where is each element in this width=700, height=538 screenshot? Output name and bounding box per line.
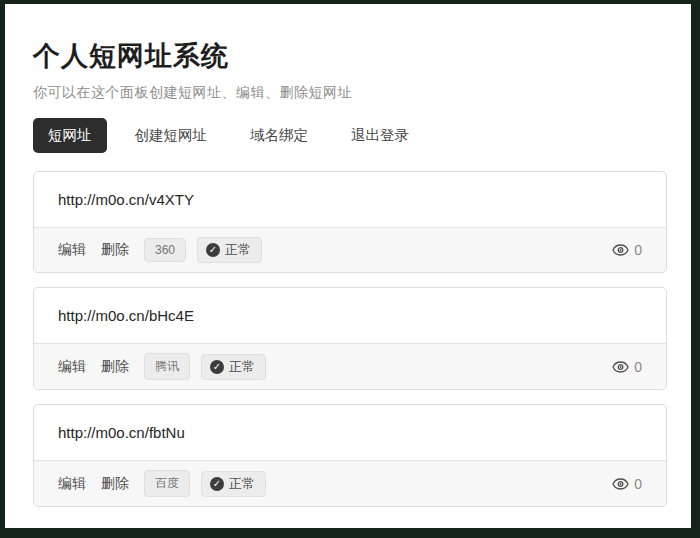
views-count: 0 (634, 359, 642, 375)
card-footer: 编辑 删除 腾讯 ✓ 正常 (34, 343, 666, 389)
short-url-card: http://m0o.cn/bHc4E 编辑 删除 腾讯 ✓ 正常 (33, 287, 667, 390)
page-title: 个人短网址系统 (33, 38, 667, 74)
short-url-card: http://m0o.cn/fbtNu 编辑 删除 百度 ✓ 正常 (33, 404, 667, 507)
edit-button[interactable]: 编辑 (58, 241, 86, 259)
source-badge: 腾讯 (144, 353, 190, 380)
delete-button[interactable]: 删除 (101, 241, 129, 259)
views-counter: 0 (612, 476, 642, 492)
eye-icon (612, 361, 629, 373)
delete-button[interactable]: 删除 (101, 475, 129, 493)
tab-logout[interactable]: 退出登录 (336, 118, 424, 153)
status-label: 正常 (229, 358, 255, 376)
short-url-link[interactable]: http://m0o.cn/fbtNu (58, 424, 185, 441)
short-url-link[interactable]: http://m0o.cn/v4XTY (58, 191, 194, 208)
card-footer: 编辑 删除 百度 ✓ 正常 (34, 460, 666, 506)
status-label: 正常 (225, 241, 251, 259)
status-label: 正常 (229, 475, 255, 493)
views-counter: 0 (612, 242, 642, 258)
source-badge: 360 (144, 238, 186, 262)
short-url-list: http://m0o.cn/v4XTY 编辑 删除 360 ✓ 正常 (33, 171, 667, 507)
views-count: 0 (634, 476, 642, 492)
tab-domain-binding[interactable]: 域名绑定 (235, 118, 323, 153)
card-body: http://m0o.cn/fbtNu (34, 405, 666, 460)
status-badge: ✓ 正常 (197, 237, 262, 263)
edit-button[interactable]: 编辑 (58, 358, 86, 376)
views-counter: 0 (612, 359, 642, 375)
edit-button[interactable]: 编辑 (58, 475, 86, 493)
delete-button[interactable]: 删除 (101, 358, 129, 376)
status-badge: ✓ 正常 (201, 471, 266, 497)
check-circle-icon: ✓ (210, 360, 224, 374)
source-badge: 百度 (144, 470, 190, 497)
views-count: 0 (634, 242, 642, 258)
tab-create-short-url[interactable]: 创建短网址 (120, 118, 223, 153)
short-url-card: http://m0o.cn/v4XTY 编辑 删除 360 ✓ 正常 (33, 171, 667, 273)
card-body: http://m0o.cn/v4XTY (34, 172, 666, 227)
page-subtitle: 你可以在这个面板创建短网址、编辑、删除短网址 (33, 84, 667, 102)
card-body: http://m0o.cn/bHc4E (34, 288, 666, 343)
check-circle-icon: ✓ (206, 243, 220, 257)
short-url-link[interactable]: http://m0o.cn/bHc4E (58, 307, 194, 324)
status-badge: ✓ 正常 (201, 354, 266, 380)
check-circle-icon: ✓ (210, 477, 224, 491)
nav-tabs: 短网址 创建短网址 域名绑定 退出登录 (33, 118, 667, 153)
page-content: 个人短网址系统 你可以在这个面板创建短网址、编辑、删除短网址 短网址 创建短网址… (5, 4, 691, 507)
card-footer: 编辑 删除 360 ✓ 正常 (34, 227, 666, 272)
tab-short-urls[interactable]: 短网址 (33, 118, 107, 153)
window-frame: 个人短网址系统 你可以在这个面板创建短网址、编辑、删除短网址 短网址 创建短网址… (0, 0, 700, 538)
eye-icon (612, 478, 629, 490)
eye-icon (612, 244, 629, 256)
